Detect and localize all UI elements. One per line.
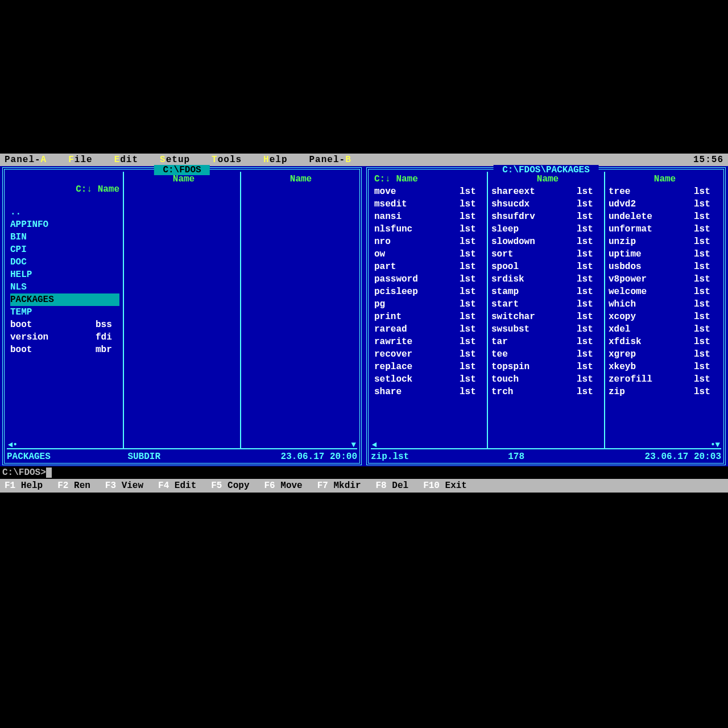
fkey-f5[interactable]: F5 Copy bbox=[211, 481, 249, 491]
file-row[interactable]: sleeplst bbox=[491, 223, 601, 235]
fkey-f8[interactable]: F8 Del bbox=[376, 481, 409, 491]
file-row[interactable]: swsubstlst bbox=[491, 323, 601, 336]
file-row[interactable]: .. bbox=[10, 206, 119, 218]
file-row[interactable]: sharelst bbox=[374, 386, 483, 398]
column-header[interactable]: C:↓ Name bbox=[7, 172, 123, 206]
file-row[interactable]: rawritelst bbox=[374, 336, 483, 348]
fkey-f2[interactable]: F2 Ren bbox=[57, 481, 90, 491]
file-row[interactable]: usbdoslst bbox=[609, 260, 718, 273]
fkey-f4[interactable]: F4 Edit bbox=[158, 481, 196, 491]
file-ext: lst bbox=[460, 361, 483, 373]
file-row[interactable]: tarlst bbox=[491, 336, 601, 348]
file-row[interactable]: nlsfunclst bbox=[374, 223, 483, 235]
file-row[interactable]: unformatlst bbox=[609, 223, 718, 235]
file-row[interactable]: replacelst bbox=[374, 361, 483, 373]
dos-file-manager: Panel-AFileEditSetupToolsHelpPanel-B15:5… bbox=[0, 154, 728, 495]
menu-item[interactable]: Panel-A bbox=[5, 155, 47, 165]
file-ext: lst bbox=[577, 348, 601, 361]
menu-item[interactable]: Edit bbox=[114, 155, 138, 165]
file-row[interactable]: topspinlst bbox=[491, 361, 601, 373]
file-row[interactable]: trchlst bbox=[491, 386, 601, 398]
file-ext: lst bbox=[460, 248, 483, 260]
fkey-f7[interactable]: F7 Mkdir bbox=[317, 481, 361, 491]
file-row[interactable]: BIN bbox=[10, 231, 119, 243]
command-line[interactable]: C:\FDOS> bbox=[0, 466, 728, 479]
file-row[interactable]: xdellst bbox=[609, 323, 718, 336]
file-row[interactable]: TEMP bbox=[10, 306, 119, 318]
file-row[interactable]: xkeyblst bbox=[609, 361, 718, 373]
file-row[interactable]: undeletelst bbox=[609, 210, 718, 223]
fkey-f10[interactable]: F10 Exit bbox=[423, 481, 467, 491]
file-row[interactable]: shsufdrvlst bbox=[491, 210, 601, 223]
column-header[interactable]: C:↓ Name bbox=[371, 172, 487, 185]
file-row[interactable]: passwordlst bbox=[374, 273, 483, 286]
file-row[interactable]: spoollst bbox=[491, 260, 601, 273]
file-row[interactable]: shareextlst bbox=[491, 185, 601, 198]
file-ext: lst bbox=[694, 348, 718, 361]
file-row[interactable]: uptimelst bbox=[609, 248, 718, 260]
file-ext: lst bbox=[577, 235, 601, 248]
column-header[interactable]: Name bbox=[605, 172, 721, 185]
file-row[interactable]: startlst bbox=[491, 298, 601, 311]
file-row[interactable]: stamplst bbox=[491, 286, 601, 298]
file-row[interactable]: nrolst bbox=[374, 235, 483, 248]
file-name: sleep bbox=[491, 223, 577, 235]
fkey-f3[interactable]: F3 View bbox=[105, 481, 143, 491]
file-row[interactable]: APPINFO bbox=[10, 218, 119, 231]
file-name: CPI bbox=[10, 243, 96, 256]
file-row[interactable]: v8powerlst bbox=[609, 273, 718, 286]
column-header[interactable]: Name bbox=[241, 172, 357, 185]
file-row[interactable]: ziplst bbox=[609, 386, 718, 398]
file-row[interactable]: welcomelst bbox=[609, 286, 718, 298]
file-row[interactable]: bootbss bbox=[10, 318, 119, 331]
file-row[interactable]: pcisleeplst bbox=[374, 286, 483, 298]
file-row[interactable]: xcopylst bbox=[609, 311, 718, 323]
file-row[interactable]: recoverlst bbox=[374, 348, 483, 361]
fkey-f1[interactable]: F1 Help bbox=[5, 481, 43, 491]
file-row[interactable]: NLS bbox=[10, 281, 119, 293]
file-row[interactable]: setlocklst bbox=[374, 373, 483, 386]
menu-item[interactable]: Panel-B bbox=[309, 155, 351, 165]
fkey-f6[interactable]: F6 Move bbox=[264, 481, 302, 491]
file-name: switchar bbox=[491, 311, 577, 323]
menu-item[interactable]: Help bbox=[263, 155, 287, 165]
file-row[interactable]: shsucdxlst bbox=[491, 198, 601, 210]
file-row[interactable]: DOC bbox=[10, 256, 119, 268]
menu-item[interactable]: Setup bbox=[160, 155, 190, 165]
file-row[interactable]: touchlst bbox=[491, 373, 601, 386]
file-row[interactable]: udvd2lst bbox=[609, 198, 718, 210]
file-row[interactable]: unziplst bbox=[609, 235, 718, 248]
file-row[interactable]: xgreplst bbox=[609, 348, 718, 361]
file-row[interactable]: pglst bbox=[374, 298, 483, 311]
left-panel[interactable]: C:\FDOS C:↓ Name ..APPINFOBINCPIDOCHELPN… bbox=[0, 166, 364, 466]
clock: 15:56 bbox=[693, 155, 723, 165]
file-row[interactable]: CPI bbox=[10, 243, 119, 256]
file-ext bbox=[96, 206, 119, 218]
file-row[interactable]: versionfdi bbox=[10, 331, 119, 344]
file-row[interactable]: movelst bbox=[374, 185, 483, 198]
file-row[interactable]: switcharlst bbox=[491, 311, 601, 323]
file-row[interactable]: srdisklst bbox=[491, 273, 601, 286]
file-row[interactable]: printlst bbox=[374, 311, 483, 323]
file-row[interactable]: whichlst bbox=[609, 298, 718, 311]
file-ext: lst bbox=[577, 185, 601, 198]
file-row[interactable]: HELP bbox=[10, 268, 119, 281]
file-row[interactable]: mseditlst bbox=[374, 198, 483, 210]
file-row[interactable]: treelst bbox=[609, 185, 718, 198]
file-name: print bbox=[374, 311, 460, 323]
file-row[interactable]: sortlst bbox=[491, 248, 601, 260]
right-panel[interactable]: C:\FDOS\PACKAGES C:↓ Namemovelstmseditls… bbox=[364, 166, 728, 466]
file-row[interactable]: zerofilllst bbox=[609, 373, 718, 386]
file-row[interactable]: slowdownlst bbox=[491, 235, 601, 248]
file-row[interactable]: rareadlst bbox=[374, 323, 483, 336]
file-row[interactable]: nansilst bbox=[374, 210, 483, 223]
menu-item[interactable]: File bbox=[68, 155, 92, 165]
file-name: setlock bbox=[374, 373, 460, 386]
file-row[interactable]: xfdisklst bbox=[609, 336, 718, 348]
file-row[interactable]: PACKAGES bbox=[10, 293, 119, 306]
file-row[interactable]: bootmbr bbox=[10, 344, 119, 356]
menu-item[interactable]: Tools bbox=[212, 155, 242, 165]
file-row[interactable]: teelst bbox=[491, 348, 601, 361]
file-row[interactable]: partlst bbox=[374, 260, 483, 273]
file-row[interactable]: owlst bbox=[374, 248, 483, 260]
